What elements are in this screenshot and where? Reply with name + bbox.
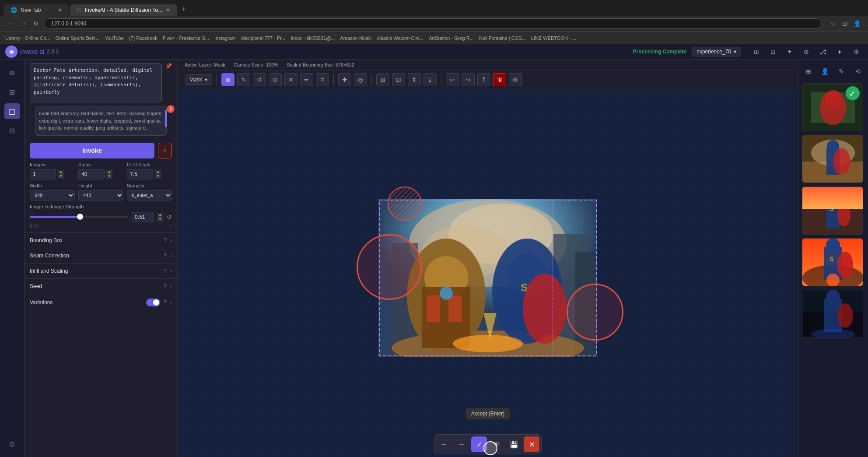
strength-slider[interactable] bbox=[30, 216, 128, 218]
tool-btn-download[interactable]: ⤓ bbox=[424, 73, 437, 86]
bottom-next-btn[interactable]: → bbox=[454, 436, 469, 452]
tab-invoke[interactable]: ⬡ InvokeAI - A Stable Diffusion To... ✕ bbox=[70, 4, 177, 16]
tool-btn-rotate[interactable]: ↺ bbox=[253, 73, 266, 86]
tool-btn-circle[interactable]: ◎ bbox=[354, 73, 367, 86]
gallery-icon-3[interactable]: ✎ bbox=[835, 65, 848, 78]
sidebar-icon-generate[interactable]: ⊕ bbox=[4, 65, 20, 81]
bookmark-sports[interactable]: Online Sports Betti... bbox=[56, 35, 100, 41]
tool-btn-settings[interactable]: ⚙ bbox=[509, 73, 522, 86]
canvas-container[interactable]: S Accept (Enter) ← → ✓ � bbox=[178, 89, 798, 457]
bookmark-webtoon[interactable]: LINE WEBTOON - ... bbox=[531, 35, 576, 41]
header-icon-discord[interactable]: ♦ bbox=[833, 45, 846, 58]
images-stepper[interactable]: ▲ ▼ bbox=[58, 170, 64, 179]
experience-badge[interactable]: experience_70 ▾ bbox=[692, 47, 741, 56]
tool-btn-redo[interactable]: ↪ bbox=[462, 73, 475, 86]
bookmark-inbox[interactable]: Inbox - klk56831@... bbox=[290, 35, 335, 41]
bookmark-udemy[interactable]: Udemy - Online Co... bbox=[5, 35, 50, 41]
cfg-up[interactable]: ▲ bbox=[155, 170, 161, 174]
gallery-item-3[interactable]: S bbox=[802, 186, 863, 235]
mask-dropdown[interactable]: Mask ▾ bbox=[185, 74, 212, 85]
seed-header[interactable]: Seed ? › bbox=[24, 279, 177, 294]
bookmark-fiverr[interactable]: Fiverr - Freelance S... bbox=[163, 35, 209, 41]
tool-btn-move[interactable]: ⇕ bbox=[408, 73, 421, 86]
sidebar-icon-bottom[interactable]: ⊙ bbox=[4, 436, 20, 452]
header-icon-github[interactable]: ⎇ bbox=[816, 45, 830, 58]
header-icon-4[interactable]: ⊕ bbox=[800, 45, 813, 58]
steps-down[interactable]: ▼ bbox=[106, 174, 112, 179]
cancel-button[interactable]: ✕ bbox=[158, 143, 172, 158]
tool-btn-list[interactable]: ≡ bbox=[316, 73, 329, 86]
refresh-button[interactable]: ↻ bbox=[32, 18, 40, 29]
bookmark-wacom[interactable]: disable Wacom Circ... bbox=[377, 35, 424, 41]
steps-stepper[interactable]: ▲ ▼ bbox=[106, 170, 112, 179]
bounding-box-help[interactable]: ? bbox=[164, 237, 167, 243]
negative-prompt-input[interactable]: nude bad anatomy, bad hands, text, error… bbox=[35, 106, 167, 136]
width-select[interactable]: 640 bbox=[30, 190, 75, 200]
strength-stepper[interactable]: ▲ ▼ bbox=[157, 213, 163, 221]
bounding-box-header[interactable]: Bounding Box ? › bbox=[24, 233, 177, 248]
bookmark-instagram[interactable]: Instagram bbox=[214, 35, 236, 41]
gallery-item-2[interactable] bbox=[802, 135, 863, 183]
tool-btn-close[interactable]: ✕ bbox=[284, 73, 298, 86]
gallery-icon-4[interactable]: ⟲ bbox=[851, 65, 864, 78]
pin-button[interactable]: 📌 bbox=[165, 63, 172, 69]
bottom-save-btn[interactable]: 💾 bbox=[506, 436, 522, 452]
tool-btn-connected[interactable]: ⊕ bbox=[221, 73, 234, 86]
strength-reset[interactable]: ↺ bbox=[167, 214, 172, 221]
forward-button[interactable]: → bbox=[18, 18, 28, 29]
bookmark-youtube[interactable]: YouTube bbox=[105, 35, 124, 41]
address-bar[interactable]: 127.0.0.1:9090 bbox=[44, 18, 822, 29]
header-icon-settings[interactable]: ⚙ bbox=[850, 45, 863, 58]
tool-btn-layer2[interactable]: ⊟ bbox=[392, 73, 405, 86]
images-down[interactable]: ▼ bbox=[58, 174, 64, 179]
sidebar-icon-canvas[interactable]: ◫ bbox=[4, 103, 20, 119]
steps-up[interactable]: ▲ bbox=[106, 170, 112, 174]
bookmark-neil[interactable]: Neil Fontaine | CGS... bbox=[479, 35, 526, 41]
gallery-icon-1[interactable]: ⊞ bbox=[802, 65, 815, 78]
tab-new[interactable]: 🌐 New Tab ✕ bbox=[4, 4, 69, 16]
tool-btn-paint[interactable]: ✎ bbox=[237, 73, 250, 86]
cfg-input[interactable] bbox=[127, 169, 153, 179]
height-select[interactable]: 448 bbox=[78, 190, 123, 200]
seed-help[interactable]: ? bbox=[164, 283, 167, 289]
bookmark-artstation[interactable]: ArtStation - Greg R... bbox=[429, 35, 474, 41]
strength-value-input[interactable] bbox=[132, 212, 154, 222]
variations-header[interactable]: Variations ? › bbox=[24, 294, 177, 311]
bookmark-disciple[interactable]: discipleneil777 - Pr... bbox=[241, 35, 286, 41]
tool-btn-upload[interactable]: ⤒ bbox=[477, 73, 490, 86]
header-icon-1[interactable]: ⊞ bbox=[750, 45, 763, 58]
bookmark-amazon[interactable]: Amazon Music bbox=[340, 35, 371, 41]
new-tab-button[interactable]: + bbox=[178, 3, 190, 16]
header-icon-3[interactable]: ✦ bbox=[783, 45, 796, 58]
variations-help[interactable]: ? bbox=[164, 299, 167, 306]
sampler-select[interactable]: k_euler_a bbox=[127, 190, 172, 200]
extensions-btn[interactable]: ⊡ bbox=[840, 18, 849, 29]
steps-input[interactable] bbox=[78, 169, 105, 179]
seam-correction-help[interactable]: ? bbox=[164, 253, 167, 259]
strength-down[interactable]: ▼ bbox=[157, 217, 163, 221]
gallery-icon-2[interactable]: 👤 bbox=[819, 65, 832, 78]
strength-up[interactable]: ▲ bbox=[157, 213, 163, 217]
bookmark-facebook[interactable]: (7) Facebook bbox=[129, 35, 158, 41]
tab-invoke-close[interactable]: ✕ bbox=[166, 7, 170, 13]
gallery-item-1[interactable]: ✓ bbox=[802, 83, 863, 131]
tool-btn-undo[interactable]: ↩ bbox=[446, 73, 459, 86]
sidebar-icon-gallery[interactable]: ⊞ bbox=[4, 84, 20, 100]
gallery-item-4[interactable]: S bbox=[802, 238, 863, 286]
tool-btn-pen[interactable]: ✒ bbox=[300, 73, 313, 86]
back-button[interactable]: ← bbox=[5, 18, 15, 29]
tool-btn-zoom[interactable]: ⊙ bbox=[269, 73, 282, 86]
tool-btn-layer1[interactable]: ⊞ bbox=[376, 73, 389, 86]
sidebar-icon-nodes[interactable]: ⊟ bbox=[4, 123, 20, 138]
images-up[interactable]: ▲ bbox=[58, 170, 64, 174]
cfg-down[interactable]: ▼ bbox=[155, 174, 161, 179]
bottom-reject-btn[interactable]: ✕ bbox=[524, 436, 539, 452]
tool-btn-delete[interactable]: 🗑 bbox=[493, 73, 506, 86]
seam-correction-header[interactable]: Seam Correction ? › bbox=[24, 248, 177, 263]
bookmark-btn[interactable]: ☆ bbox=[829, 18, 838, 29]
variations-toggle[interactable] bbox=[146, 299, 160, 306]
positive-prompt-input[interactable]: <span class="highlight">Doctor Fate</spa… bbox=[30, 63, 162, 102]
bottom-prev-btn[interactable]: ← bbox=[436, 436, 452, 452]
infill-header[interactable]: Infill and Scaling ? › bbox=[24, 264, 177, 278]
tab-new-close[interactable]: ✕ bbox=[58, 7, 62, 13]
